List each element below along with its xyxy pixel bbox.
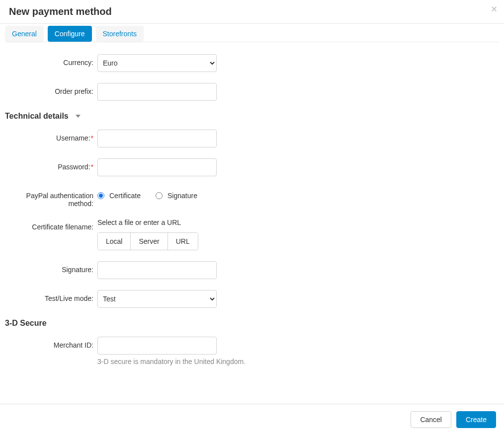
tab-general[interactable]: General: [5, 26, 44, 42]
row-test-live: Test/Live mode: Test: [5, 290, 499, 308]
row-username: Username:*: [5, 130, 499, 147]
row-currency: Currency: Euro: [5, 54, 499, 72]
row-cert-filename: Certificate filename: Select a file or e…: [5, 218, 499, 250]
three-d-secure-hint: 3-D secure is mandatory in the United Ki…: [97, 358, 246, 365]
file-source-server-button[interactable]: Server: [130, 233, 167, 250]
section-technical-details[interactable]: Technical details: [5, 112, 499, 121]
currency-select[interactable]: Euro: [97, 54, 217, 72]
tab-storefronts[interactable]: Storefronts: [96, 26, 144, 42]
required-marker: *: [91, 134, 93, 142]
label-username: Username:*: [5, 130, 97, 142]
label-currency: Currency:: [5, 54, 97, 67]
radio-signature[interactable]: [156, 192, 163, 199]
label-merchant-id: Merchant ID:: [5, 337, 97, 349]
create-button[interactable]: Create: [456, 411, 496, 428]
radio-signature-label: Signature: [168, 192, 197, 200]
required-marker: *: [91, 163, 93, 171]
cancel-button[interactable]: Cancel: [411, 411, 451, 428]
row-order-prefix: Order prefix:: [5, 83, 499, 101]
row-merchant-id: Merchant ID: 3-D secure is mandatory in …: [5, 337, 499, 365]
file-source-button-group: Local Server URL: [97, 232, 198, 250]
label-test-live: Test/Live mode:: [5, 290, 97, 302]
tabs: General Configure Storefronts: [5, 26, 499, 42]
label-password: Password:*: [5, 158, 97, 171]
label-cert-filename: Certificate filename:: [5, 218, 97, 231]
row-signature: Signature:: [5, 261, 499, 279]
section-three-d-secure: 3-D Secure: [5, 319, 499, 328]
section-technical-details-label: Technical details: [5, 112, 69, 121]
file-source-local-button[interactable]: Local: [98, 233, 130, 250]
radio-certificate-label: Certificate: [109, 192, 141, 200]
merchant-id-input[interactable]: [97, 337, 217, 355]
order-prefix-input[interactable]: [97, 83, 217, 101]
modal-title: New payment method: [9, 6, 112, 17]
modal-header: New payment method ×: [0, 0, 504, 24]
label-paypal-auth: PayPal authentication method:: [5, 187, 97, 208]
paypal-auth-radio-group: Certificate Signature: [97, 187, 197, 200]
test-live-select[interactable]: Test: [97, 290, 217, 308]
radio-item-certificate[interactable]: Certificate: [97, 192, 141, 200]
row-password: Password:*: [5, 158, 499, 176]
password-input[interactable]: [97, 158, 217, 176]
section-three-d-secure-label: 3-D Secure: [5, 319, 47, 328]
label-order-prefix: Order prefix:: [5, 83, 97, 95]
tab-configure[interactable]: Configure: [48, 26, 92, 42]
radio-item-signature[interactable]: Signature: [156, 192, 197, 200]
username-input[interactable]: [97, 130, 217, 147]
close-icon[interactable]: ×: [491, 4, 497, 14]
caret-down-icon: [76, 115, 81, 118]
file-picker-prompt: Select a file or enter a URL: [97, 218, 198, 226]
signature-input[interactable]: [97, 261, 217, 279]
file-source-url-button[interactable]: URL: [168, 233, 198, 250]
modal-body[interactable]: General Configure Storefronts Currency: …: [0, 24, 504, 404]
row-paypal-auth: PayPal authentication method: Certificat…: [5, 187, 499, 208]
modal-footer: Cancel Create: [0, 404, 504, 435]
payment-method-modal: New payment method × General Configure S…: [0, 0, 504, 435]
label-signature: Signature:: [5, 261, 97, 274]
radio-certificate[interactable]: [97, 192, 104, 199]
